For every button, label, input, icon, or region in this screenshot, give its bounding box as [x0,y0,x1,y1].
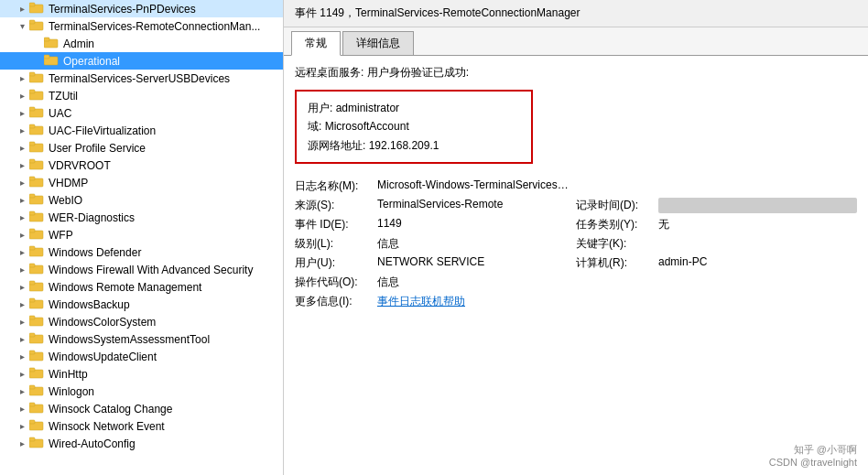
tree-item[interactable]: ▸ Windows Defender [0,243,283,261]
expand-icon[interactable]: ▸ [15,421,29,431]
tree-item[interactable]: ▸ Winsock Network Event [0,417,283,435]
svg-rect-29 [29,246,35,250]
tree-item-label: WindowsSystemAssessmentTool [49,333,210,346]
tree-item-label: WindowsColorSystem [49,316,156,329]
svg-rect-37 [29,316,35,319]
expand-icon[interactable]: ▸ [15,404,29,414]
folder-icon [44,53,60,69]
tree-item[interactable]: ▸ Wired-AutoConfig [0,435,283,452]
expand-icon[interactable]: ▸ [15,386,29,396]
tree-item[interactable]: ▸ WindowsSystemAssessmentTool [0,330,283,348]
detail-value[interactable]: 事件日志联机帮助 [377,294,576,309]
expand-icon[interactable]: ▸ [15,264,29,275]
expand-icon[interactable]: ▾ [15,21,29,31]
expand-icon[interactable]: ▸ [15,247,29,257]
svg-rect-15 [29,124,35,128]
highlight-domain: 域: MicrosoftAccount [308,117,520,135]
svg-rect-17 [29,142,35,146]
svg-rect-19 [29,159,35,163]
expand-icon[interactable]: ▸ [15,317,29,327]
tree-item[interactable]: ▾ TerminalServices-RemoteConnectionMan..… [0,17,283,35]
svg-rect-35 [29,298,35,302]
svg-rect-5 [44,38,49,41]
svg-rect-51 [29,437,35,441]
svg-rect-45 [29,385,35,389]
detail-row: 级别(L):信息关键字(K): [295,234,857,254]
highlight-source-label: 源网络地址: [308,139,365,152]
expand-icon[interactable]: ▸ [15,212,29,222]
detail-label: 级别(L): [295,236,377,252]
highlight-box: 用户: administrator 域: MicrosoftAccount 源网… [295,90,533,164]
tree-item[interactable]: ▸ Winlogon [0,383,283,400]
expand-icon[interactable]: ▸ [15,160,29,170]
detail-row: 日志名称(M):Microsoft-Windows-TerminalServic… [295,177,857,196]
tree-item[interactable]: Operational [0,52,283,70]
tree-item[interactable]: ▸ WFP [0,226,283,243]
tree-item-label: Wired-AutoConfig [49,437,136,450]
tree-item-label: WinHttp [49,368,88,381]
detail-label: 日志名称(M): [295,178,377,194]
expand-icon[interactable]: ▸ [15,282,29,292]
detail-label: 更多信息(I): [295,294,377,309]
expand-icon[interactable]: ▸ [15,125,29,135]
tree-item[interactable]: ▸ WER-Diagnostics [0,209,283,226]
folder-icon [29,279,46,295]
folder-icon [29,331,46,347]
event-header: 事件 1149，TerminalServices-RemoteConnectio… [284,0,868,27]
expand-icon[interactable]: ▸ [15,73,29,83]
expand-icon[interactable]: ▸ [15,230,29,240]
tree-item[interactable]: Admin [0,35,283,52]
tab-常规[interactable]: 常规 [291,31,341,56]
detail-rows: 日志名称(M):Microsoft-Windows-TerminalServic… [295,177,857,311]
expand-icon[interactable]: ▸ [15,369,29,379]
expand-icon[interactable]: ▸ [15,178,29,188]
tree-item[interactable]: ▸ Winsock Catalog Change [0,400,283,417]
tree-item-label: Windows Defender [49,246,141,259]
expand-icon[interactable]: ▸ [15,143,29,153]
expand-icon[interactable]: ▸ [15,438,29,448]
tree-item[interactable]: ▸ VDRVROOT [0,157,283,174]
detail-value: NETWORK SERVICE [377,255,576,271]
expand-icon[interactable]: ▸ [15,351,29,362]
tree-item[interactable]: ▸ WindowsBackup [0,296,283,313]
svg-rect-39 [29,333,35,337]
watermark-line1: 知乎 @小哥啊 [794,443,857,457]
expand-icon[interactable]: ▸ [15,334,29,344]
tree-item[interactable]: ▸ Windows Firewall With Advanced Securit… [0,261,283,278]
detail-label2: 记录时间(D): [576,198,658,213]
tree-item[interactable]: ▸ UAC-FileVirtualization [0,122,283,139]
expand-icon[interactable]: ▸ [15,195,29,205]
svg-rect-27 [29,229,35,232]
tab-详细信息[interactable]: 详细信息 [342,31,414,55]
tree-item-label: Winsock Catalog Change [49,403,172,416]
tree-item-label: TZUtil [49,90,78,103]
detail-value2 [658,198,857,213]
expand-icon[interactable]: ▸ [15,91,29,101]
folder-icon [29,436,46,451]
expand-icon[interactable]: ▸ [15,4,29,14]
tree-item[interactable]: ▸ UAC [0,104,283,122]
tree-item[interactable]: ▸ VHDMP [0,174,283,191]
tree-item[interactable]: ▸ Windows Remote Management [0,278,283,296]
tree-panel: ▸ TerminalServices-PnPDevices▾ TerminalS… [0,0,284,475]
highlight-domain-label: 域: [308,120,321,133]
tree-item[interactable]: ▸ User Profile Service [0,139,283,157]
tree-item[interactable]: ▸ TZUtil [0,87,283,104]
tree-item[interactable]: ▸ WindowsColorSystem [0,313,283,330]
detail-label: 来源(S): [295,198,377,213]
tree-item[interactable]: ▸ TerminalServices-ServerUSBDevices [0,70,283,87]
tree-item[interactable]: ▸ WebIO [0,191,283,209]
tree-item[interactable]: ▸ WindowsUpdateClient [0,348,283,365]
svg-rect-25 [29,211,35,215]
tree-item-label: WebIO [49,194,82,207]
tree-item[interactable]: ▸ WinHttp [0,365,283,383]
tree-item-label: WER-Diagnostics [49,211,135,224]
highlight-user-value: administrator [336,102,399,114]
tree-item-label: Winsock Network Event [49,420,165,433]
folder-icon [44,36,60,51]
svg-rect-41 [29,351,35,354]
tree-item[interactable]: ▸ TerminalServices-PnPDevices [0,0,283,17]
expand-icon[interactable]: ▸ [15,299,29,309]
detail-row: 操作代码(O):信息 [295,273,857,292]
expand-icon[interactable]: ▸ [15,108,29,118]
